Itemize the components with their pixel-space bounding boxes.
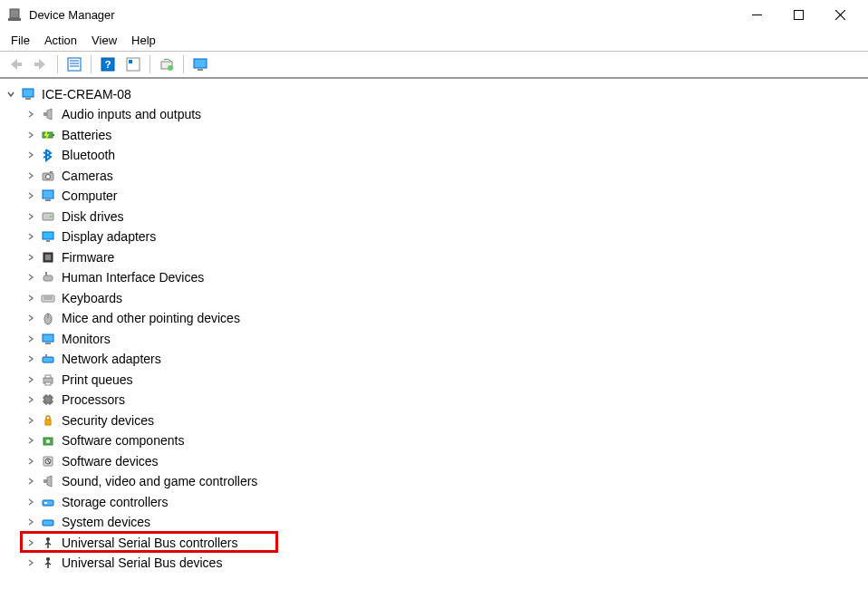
svg-rect-3 [794, 10, 803, 19]
svg-point-15 [168, 65, 173, 71]
svg-rect-16 [194, 59, 207, 68]
computer-icon [20, 86, 36, 102]
svg-rect-17 [198, 69, 203, 71]
chevron-right-icon[interactable] [24, 332, 38, 346]
speaker-icon [40, 106, 56, 122]
chevron-right-icon[interactable] [24, 169, 38, 183]
chevron-right-icon[interactable] [24, 291, 38, 305]
maximize-button[interactable] [777, 0, 819, 29]
tree-item-label: Audio inputs and outputs [60, 104, 201, 124]
minimize-button[interactable] [736, 0, 777, 29]
tree-item-label: Computer [60, 186, 117, 206]
tree-item-label: Security devices [60, 411, 154, 430]
back-button[interactable] [4, 53, 27, 75]
tree-item[interactable]: Audio inputs and outputs [2, 104, 866, 125]
tree-item-label: Software devices [60, 451, 159, 471]
chevron-right-icon[interactable] [24, 515, 38, 529]
network-icon [40, 351, 56, 367]
tree-item[interactable]: Universal Serial Bus devices [2, 553, 866, 574]
tree-item[interactable]: Software devices [2, 451, 866, 472]
help-icon: ? [100, 56, 116, 72]
menu-view[interactable]: View [84, 32, 124, 49]
bluetooth-icon [40, 147, 56, 163]
chevron-right-icon[interactable] [24, 128, 38, 142]
action-icon [125, 56, 141, 72]
chevron-right-icon[interactable] [24, 392, 38, 407]
tree-item[interactable]: Security devices [2, 411, 866, 431]
tree-item[interactable]: Sound, video and game controllers [2, 471, 866, 492]
menu-help[interactable]: Help [124, 32, 163, 49]
properties-icon [66, 56, 82, 72]
tree-item[interactable]: Monitors [2, 329, 866, 350]
chevron-right-icon[interactable] [24, 413, 38, 428]
keyboard-icon [40, 290, 56, 306]
chevron-right-icon[interactable] [24, 148, 38, 162]
chevron-right-icon[interactable] [24, 107, 38, 121]
separator [183, 55, 184, 73]
help-button[interactable]: ? [96, 53, 120, 75]
tree-item[interactable]: Universal Serial Bus controllers [2, 533, 866, 554]
forward-button[interactable] [29, 53, 53, 75]
tree-item[interactable]: Disk drives [2, 207, 866, 227]
tree-item[interactable]: Storage controllers [2, 492, 866, 513]
tree-item[interactable]: Bluetooth [2, 145, 866, 166]
root-label: ICE-CREAM-08 [40, 84, 131, 104]
chevron-right-icon[interactable] [24, 372, 38, 387]
monitor-icon [40, 331, 56, 347]
action-button[interactable] [121, 53, 145, 75]
tree-item[interactable]: Cameras [2, 166, 866, 187]
system-icon [40, 514, 56, 530]
toolbar: ? [0, 52, 868, 79]
scan-button[interactable] [155, 53, 178, 75]
chevron-right-icon[interactable] [24, 229, 38, 244]
tree-item[interactable]: Print queues [2, 370, 866, 391]
chevron-right-icon[interactable] [24, 433, 38, 448]
tree-item[interactable]: Network adapters [2, 349, 866, 370]
tree-item[interactable]: Mice and other pointing devices [2, 308, 866, 329]
arrow-left-icon [7, 56, 24, 72]
chevron-right-icon[interactable] [24, 188, 38, 203]
chevron-right-icon[interactable] [24, 495, 38, 509]
tree-item-label: Cameras [60, 166, 113, 186]
chevron-right-icon[interactable] [24, 209, 38, 224]
tree-item-label: Print queues [60, 370, 133, 390]
component-icon [40, 432, 56, 449]
tree-item-label: Storage controllers [60, 492, 169, 512]
tree-item-label: Mice and other pointing devices [60, 308, 240, 328]
chevron-right-icon[interactable] [24, 556, 38, 570]
tree-item[interactable]: Processors [2, 390, 866, 411]
menu-file[interactable]: File [4, 32, 37, 49]
device-tree: ICE-CREAM-08 Audio inputs and outputsBat… [0, 79, 868, 579]
chevron-right-icon[interactable] [24, 454, 38, 469]
menu-action[interactable]: Action [37, 32, 84, 49]
tree-item[interactable]: Batteries [2, 125, 866, 146]
hid-icon [40, 269, 56, 285]
chevron-right-icon[interactable] [24, 270, 38, 285]
tree-item-label: Network adapters [60, 349, 161, 369]
tree-item-label: Human Interface Devices [60, 267, 204, 287]
arrow-right-icon [33, 56, 49, 72]
chevron-right-icon[interactable] [24, 352, 38, 366]
tree-item[interactable]: Firmware [2, 247, 866, 268]
chevron-right-icon[interactable] [24, 474, 38, 488]
properties-button[interactable] [63, 53, 86, 75]
tree-item[interactable]: Keyboards [2, 288, 866, 309]
monitor-button[interactable] [188, 53, 212, 75]
tree-item[interactable]: System devices [2, 512, 866, 533]
camera-icon [40, 168, 56, 184]
security-icon [40, 412, 56, 429]
tree-item[interactable]: Computer [2, 186, 866, 207]
tree-root[interactable]: ICE-CREAM-08 [2, 84, 866, 104]
printer-icon [40, 372, 56, 388]
tree-item[interactable]: Display adapters [2, 227, 866, 247]
tree-item[interactable]: Software components [2, 430, 866, 451]
close-button[interactable] [819, 0, 861, 29]
chevron-right-icon[interactable] [24, 250, 38, 265]
tree-item-label: Universal Serial Bus devices [60, 553, 222, 573]
tree-item-label: Monitors [60, 329, 111, 349]
chevron-right-icon[interactable] [24, 311, 38, 325]
tree-item-label: Keyboards [60, 288, 122, 308]
app-icon [7, 7, 22, 22]
tree-item[interactable]: Human Interface Devices [2, 267, 866, 288]
chevron-down-icon[interactable] [4, 87, 18, 101]
